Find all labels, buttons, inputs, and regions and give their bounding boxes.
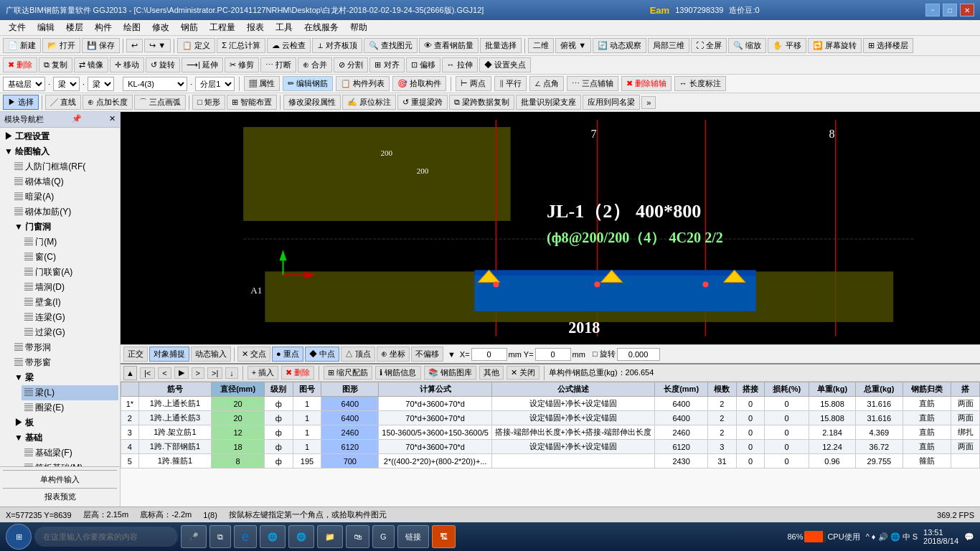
sidebar-item-concealed-beam[interactable]: ▤ 暗梁(A): [11, 189, 118, 204]
expand-draw-button[interactable]: »: [641, 96, 656, 109]
sidebar-close-icon[interactable]: ✕: [109, 114, 116, 125]
sidebar-item-beam-section[interactable]: ▼ 梁: [11, 370, 118, 385]
rebar-other-button[interactable]: 其他: [479, 366, 504, 380]
edit-rebar-button[interactable]: ✏ 编辑钢筋: [283, 76, 333, 91]
length-mark-button[interactable]: ↔ 长度标注: [674, 76, 726, 91]
folder-button[interactable]: 📁: [317, 525, 343, 548]
nav-first-button[interactable]: |<: [140, 367, 155, 379]
menu-quantity[interactable]: 工程量: [204, 20, 241, 35]
modify-beam-prop-button[interactable]: 修改梁段属性: [283, 95, 341, 110]
edge-button[interactable]: e: [234, 525, 257, 548]
rotate-btn[interactable]: ↺ 旋转: [146, 57, 180, 72]
calc-button[interactable]: Σ 汇总计算: [217, 38, 265, 53]
copy-button[interactable]: ⧉ 复制: [39, 57, 72, 72]
center-snap-button[interactable]: ◆ 中点: [305, 347, 339, 362]
break-button[interactable]: ⋯ 打断: [260, 57, 296, 72]
level-select[interactable]: 分层1: [195, 77, 235, 91]
point-angle-button[interactable]: ∠ 点角: [529, 76, 564, 91]
two-point-button[interactable]: ⊢ 两点: [456, 76, 491, 91]
ggj-button[interactable]: 🏗: [432, 525, 456, 548]
sidebar-item-masonry-rebar[interactable]: ▤ 砌体加筋(Y): [11, 204, 118, 220]
select-tool-button[interactable]: ▶ 选择: [3, 95, 39, 110]
nav-next-button[interactable]: >: [192, 367, 204, 379]
three-point-aux-button[interactable]: ⋯ 三点辅轴: [567, 76, 618, 91]
stretch-button[interactable]: ↔ 拉伸: [442, 57, 478, 72]
delete-rebar-button[interactable]: ✖ 删除: [281, 366, 314, 380]
rotate-input[interactable]: [617, 348, 660, 361]
open-button[interactable]: 📂 打开: [42, 38, 80, 53]
in-situ-mark-button[interactable]: ✍ 原位标注: [342, 95, 396, 110]
report-preview-button[interactable]: 报表预览: [3, 490, 117, 504]
orthogonal-button[interactable]: 正交: [123, 347, 148, 362]
insert-rebar-button[interactable]: + 插入: [248, 366, 278, 380]
menu-rebar[interactable]: 钢筋: [175, 20, 204, 35]
rebar-info-button[interactable]: ℹ 钢筋信息: [375, 366, 420, 380]
point-length-button[interactable]: ⊕ 点加长度: [83, 95, 133, 110]
zoom-button[interactable]: 🔍 缩放: [728, 38, 766, 53]
apply-same-name-button[interactable]: 应用到同名梁: [583, 95, 640, 110]
menu-tools[interactable]: 工具: [270, 20, 298, 35]
sidebar-item-beam[interactable]: ▤ 梁(L): [22, 385, 118, 400]
extend-button[interactable]: ⟶| 延伸: [182, 57, 223, 72]
sidebar-item-antidoor-wall[interactable]: ▤ 人防门框墙(RF(: [11, 159, 118, 174]
split-button[interactable]: ⊘ 分割: [334, 57, 368, 72]
offset-button[interactable]: ⊡ 偏移: [406, 57, 440, 72]
no-offset-button[interactable]: 不偏移: [411, 347, 443, 362]
delete-button[interactable]: ✖ 删除: [3, 57, 37, 72]
y-coord-input[interactable]: [535, 348, 571, 361]
rect-button[interactable]: □ 矩形: [192, 95, 225, 110]
pan-button[interactable]: ✋ 平移: [768, 38, 806, 53]
sidebar-item-niche[interactable]: ▤ 壁龛(I): [22, 295, 118, 310]
component-list-button[interactable]: 📋 构件列表: [336, 76, 390, 91]
sidebar-item-slab-section[interactable]: ▶ 板: [11, 415, 118, 430]
vertex-snap-button[interactable]: △ 顶点: [341, 347, 375, 362]
single-component-input-button[interactable]: 单构件输入: [3, 473, 117, 486]
smart-place-button[interactable]: ⊞ 智能布置: [227, 95, 277, 110]
sidebar-item-coupling-beam[interactable]: ▤ 连梁(G): [22, 310, 118, 325]
menu-help[interactable]: 帮助: [344, 20, 373, 35]
ie2-button[interactable]: 🌐: [288, 525, 314, 548]
sidebar-item-strip-window[interactable]: ▤ 带形窗: [11, 355, 118, 370]
menu-component[interactable]: 构件: [89, 20, 118, 35]
task-view-button[interactable]: ⧉: [209, 525, 231, 548]
app1-button[interactable]: G: [372, 525, 395, 548]
arc-button[interactable]: ⌒ 三点画弧: [134, 95, 186, 110]
sidebar-item-door-window[interactable]: ▼ 门窗洞: [11, 220, 118, 235]
fullscreen-button[interactable]: ⛶ 全屏: [691, 38, 727, 53]
screen-rotate-button[interactable]: 🔁 屏幕旋转: [808, 38, 862, 53]
save-button[interactable]: 💾 保存: [82, 38, 120, 53]
nav-play-button[interactable]: ▶: [174, 367, 189, 379]
set-grip-button[interactable]: ◆ 设置夹点: [479, 57, 531, 72]
windows-search-input[interactable]: [34, 527, 178, 547]
line-button[interactable]: ╱ 直线: [45, 95, 81, 110]
maximize-button[interactable]: □: [943, 4, 957, 17]
find-element-button[interactable]: 🔍 查找图元: [364, 38, 418, 53]
store-button[interactable]: 🛍: [346, 525, 369, 548]
start-button[interactable]: ⊞: [6, 524, 32, 550]
element-select[interactable]: KL-4(3): [123, 77, 187, 91]
menu-file[interactable]: 文件: [3, 20, 32, 35]
sidebar-item-window[interactable]: ▤ 窗(C): [22, 250, 118, 265]
redo-button[interactable]: ↪ ▼: [144, 39, 171, 52]
ie-button[interactable]: 🌐: [260, 525, 286, 548]
sidebar-item-strip-opening[interactable]: ▤ 带形洞: [11, 340, 118, 355]
sidebar-item-raft-foundation[interactable]: ▤ 筏板基础(M): [22, 461, 118, 466]
define-button[interactable]: 📋 定义: [177, 38, 215, 53]
close-button[interactable]: ✕: [960, 4, 974, 17]
sidebar-item-foundation-section[interactable]: ▼ 基础: [11, 430, 118, 446]
minimize-button[interactable]: －: [925, 4, 940, 17]
sidebar-pin-icon[interactable]: 📌: [72, 114, 82, 125]
notification-button[interactable]: 💬: [964, 532, 974, 542]
sidebar-item-door-window-combo[interactable]: ▤ 门联窗(A): [22, 265, 118, 280]
sidebar-item-door[interactable]: ▤ 门(M): [22, 235, 118, 250]
menu-modify[interactable]: 修改: [146, 20, 175, 35]
x-coord-input[interactable]: [471, 348, 507, 361]
new-button[interactable]: 📄 新建: [3, 38, 41, 53]
move-button[interactable]: ✛ 移动: [110, 57, 144, 72]
sidebar-item-masonry-wall[interactable]: ▤ 砌体墙(Q): [11, 174, 118, 189]
align-top-button[interactable]: ⊥ 对齐板顶: [312, 38, 362, 53]
view-rebar-button[interactable]: 👁 查看钢筋量: [419, 38, 479, 53]
type-select[interactable]: 梁: [53, 77, 80, 91]
sidebar-item-foundation-beam[interactable]: ▤ 基础梁(F): [22, 446, 118, 461]
delete-aux-button[interactable]: ✖ 删除辅轴: [621, 76, 672, 91]
